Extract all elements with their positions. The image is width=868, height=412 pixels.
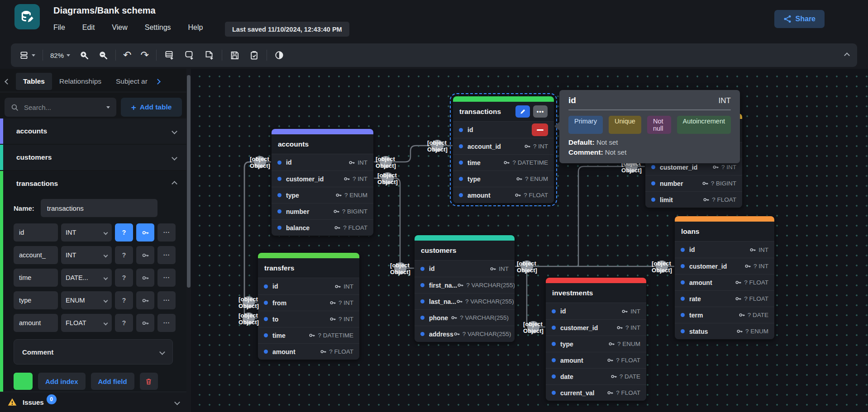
diagram-table[interactable]: transfers ••• [258, 252, 360, 360]
table-field-row[interactable]: id INT [415, 260, 515, 277]
table-title-row[interactable]: transactions ••• [453, 102, 554, 122]
field-name-input[interactable]: time [14, 269, 58, 287]
field-more-button[interactable]: ··· [157, 314, 176, 332]
comment-section[interactable]: Comment [14, 339, 173, 365]
field-more-button[interactable]: ··· [157, 246, 176, 264]
field-type-select[interactable]: INT [61, 246, 112, 264]
table-field-row[interactable]: id [453, 122, 554, 138]
tab-tables[interactable]: Tables [16, 73, 52, 90]
share-button[interactable]: Share [774, 10, 825, 28]
primary-key-toggle-button[interactable] [136, 246, 154, 264]
add-field-button[interactable]: Add field [91, 373, 134, 390]
nullable-toggle-button[interactable]: ? [115, 223, 133, 242]
table-title-row[interactable]: loans ••• [675, 222, 774, 242]
table-field-row[interactable]: limit ? FLOAT [645, 191, 742, 208]
search-dropdown-caret-icon[interactable] [106, 106, 110, 109]
field-more-button[interactable]: ··· [157, 223, 176, 242]
table-more-button[interactable]: ••• [533, 105, 548, 118]
edit-table-button[interactable] [515, 105, 530, 118]
table-field-row[interactable]: time ? DATETIME [258, 327, 359, 343]
add-index-button[interactable]: Add index [38, 373, 86, 390]
nullable-toggle-button[interactable]: ? [115, 269, 133, 287]
table-field-row[interactable]: number ? BIGINT [272, 203, 373, 219]
delete-table-button[interactable] [140, 373, 158, 390]
zoom-level-select[interactable]: 82% [50, 52, 70, 59]
add-note-button[interactable] [204, 50, 215, 61]
table-field-row[interactable]: rate ? FLOAT [675, 290, 774, 307]
chevron-down-icon[interactable] [174, 399, 180, 405]
table-field-row[interactable]: type ? ENUM [546, 336, 646, 352]
table-field-row[interactable]: customer_id ? INT [675, 258, 774, 274]
table-field-row[interactable]: term ? DATE [675, 307, 774, 323]
nullable-toggle-button[interactable]: ? [115, 246, 133, 264]
table-field-row[interactable]: type ? ENUM [453, 170, 554, 187]
diagram-table[interactable]: investments ••• [545, 277, 647, 401]
diagram-table[interactable]: transactions ••• [453, 96, 554, 204]
diagram-layout-button[interactable] [19, 50, 35, 60]
primary-key-toggle-button[interactable] [136, 291, 154, 309]
menu-item[interactable]: Settings [145, 24, 171, 32]
diagram-table[interactable]: accounts ••• [271, 128, 374, 236]
collapse-header-button[interactable] [845, 51, 849, 59]
table-field-row[interactable]: date ? DATE [546, 368, 646, 384]
diagram-table[interactable]: customers ••• [414, 235, 515, 342]
table-title-row[interactable]: investments ••• [546, 283, 646, 303]
tab-relationships[interactable]: Relationships [52, 73, 109, 90]
table-field-row[interactable]: balance ? FLOAT [272, 219, 373, 236]
table-field-row[interactable]: from ? INT [258, 294, 359, 311]
table-field-row[interactable]: id INT [675, 242, 774, 258]
menu-item[interactable]: Edit [82, 24, 95, 32]
theme-toggle-button[interactable] [274, 50, 284, 60]
field-type-select[interactable]: DATE... [61, 269, 112, 287]
field-name-input[interactable]: account_ [14, 246, 58, 264]
field-name-input[interactable]: id [14, 223, 58, 242]
chevron-down-icon[interactable] [172, 128, 177, 134]
table-list-item[interactable]: customers [0, 145, 186, 170]
save-button[interactable] [229, 50, 240, 61]
table-field-row[interactable]: time ? DATETIME [453, 154, 554, 170]
tab-subject-areas[interactable]: Subject ar [109, 73, 155, 90]
tabs-scroll-right-icon[interactable] [156, 77, 160, 85]
primary-key-toggle-button[interactable] [136, 269, 154, 287]
chevron-down-icon[interactable] [172, 155, 177, 161]
add-table-button[interactable]: + Add table [121, 98, 182, 117]
nullable-toggle-button[interactable]: ? [115, 314, 133, 332]
table-field-row[interactable]: id INT [546, 303, 646, 319]
table-field-row[interactable]: account_id ? INT [453, 138, 554, 154]
table-title-row[interactable]: accounts ••• [272, 134, 373, 154]
table-field-row[interactable]: id INT [272, 154, 373, 170]
table-field-row[interactable]: amount ? FLOAT [675, 274, 774, 290]
table-title-row[interactable]: customers ••• [415, 241, 515, 260]
undo-button[interactable]: ↶ [123, 50, 131, 60]
search-input[interactable]: Search... [5, 98, 116, 117]
diagram-canvas[interactable]: [object Object] [object Object] [object … [191, 69, 868, 412]
field-name-input[interactable]: amount [14, 314, 58, 332]
primary-key-toggle-button[interactable] [136, 223, 154, 242]
field-type-select[interactable]: INT [61, 223, 112, 242]
tabs-scroll-left-icon[interactable] [5, 77, 10, 85]
menu-item[interactable]: View [112, 24, 127, 32]
field-name-input[interactable]: type [14, 291, 58, 309]
table-color-swatch[interactable] [14, 373, 33, 390]
chevron-up-icon[interactable] [172, 181, 177, 187]
sidebar-scrollbar[interactable] [186, 69, 191, 412]
table-field-row[interactable]: amount ? FLOAT [546, 352, 646, 368]
add-table-button-toolbar[interactable] [164, 50, 175, 61]
table-field-row[interactable]: number ? BIGINT [645, 175, 742, 191]
field-type-select[interactable]: ENUM [61, 291, 112, 309]
field-type-select[interactable]: FLOAT [61, 314, 112, 332]
menu-item[interactable]: Help [188, 24, 203, 32]
field-more-button[interactable]: ··· [157, 269, 176, 287]
table-field-row[interactable]: last_na... ? VARCHAR(255) [415, 293, 515, 309]
delete-field-button[interactable] [532, 123, 548, 136]
redo-button[interactable]: ↷ [140, 50, 148, 60]
table-field-row[interactable]: type ? ENUM [272, 187, 373, 203]
todo-button[interactable] [249, 50, 259, 61]
table-title-row[interactable]: transfers ••• [258, 258, 359, 278]
table-field-row[interactable]: current_val ? FLOAT [546, 384, 646, 401]
primary-key-toggle-button[interactable] [136, 314, 154, 332]
scrollbar-thumb[interactable] [187, 75, 191, 288]
add-area-button[interactable] [184, 50, 195, 61]
table-field-row[interactable]: status ? ENUM [675, 323, 774, 339]
table-field-row[interactable]: first_na... ? VARCHAR(255) [415, 277, 515, 293]
